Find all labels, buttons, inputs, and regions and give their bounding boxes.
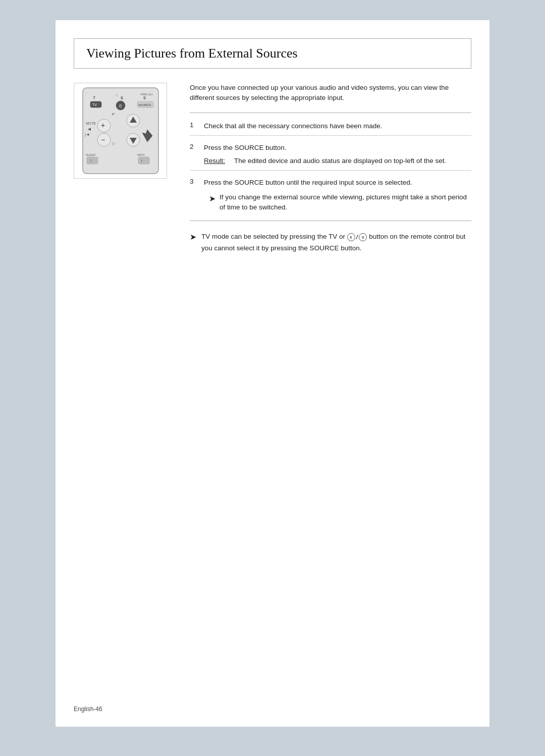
content-area: 7 ○ 6 9 PRE-CH TV 0 SOURCE P xyxy=(56,83,489,253)
footer-text: English-46 xyxy=(74,706,102,713)
svg-text:MUTE: MUTE xyxy=(86,122,96,125)
divider-top xyxy=(190,113,471,113)
ch-down-icon: ∨ xyxy=(359,233,367,241)
tip-text: TV mode can be selected by pressing the … xyxy=(201,231,471,253)
right-panel: Once you have connected up your various … xyxy=(190,83,471,253)
svg-text:6: 6 xyxy=(121,95,123,100)
tip-block: ➤ TV mode can be selected by pressing th… xyxy=(190,231,471,253)
channel-up-down-icons: ∧/∨ xyxy=(347,232,367,243)
steps-list: 1 Check that all the necessary connectio… xyxy=(190,117,471,217)
page-container: Viewing Pictures from External Sources 7… xyxy=(56,20,489,727)
step-2: 2 Press the SOURCE button. Result: The e… xyxy=(190,139,471,171)
step-2-number: 2 xyxy=(190,143,204,150)
divider-bottom xyxy=(190,221,471,221)
step-3-text: Press the SOURCE button until the requir… xyxy=(204,179,412,186)
svg-text:◄: ◄ xyxy=(87,126,92,132)
step-3-note: ➤ If you change the external source whil… xyxy=(204,192,471,213)
result-block: Result: The edited device and audio stat… xyxy=(204,156,471,166)
step-3: 3 Press the SOURCE button until the requ… xyxy=(190,174,471,217)
step-1-text: Check that all the necessary connections… xyxy=(204,122,382,130)
result-text: The edited device and audio status are d… xyxy=(234,156,471,166)
page-title: Viewing Pictures from External Sources xyxy=(86,46,459,61)
step-3-note-text: If you change the external source while … xyxy=(220,192,471,213)
svg-text:+: + xyxy=(101,121,105,129)
intro-text: Once you have connected up your various … xyxy=(190,83,471,103)
svg-text:☽: ☽ xyxy=(89,159,92,163)
note-arrow-icon: ➤ xyxy=(209,193,215,205)
svg-text:i: i xyxy=(141,158,142,163)
svg-text:−: − xyxy=(101,136,105,144)
result-label: Result: xyxy=(204,156,234,166)
remote-control-svg: 7 ○ 6 9 PRE-CH TV 0 SOURCE P xyxy=(78,85,164,176)
svg-text:SOURCE: SOURCE xyxy=(138,103,151,106)
svg-rect-29 xyxy=(138,157,149,164)
step-3-number: 3 xyxy=(190,178,204,185)
step-1: 1 Check that all the necessary connectio… xyxy=(190,117,471,136)
svg-text:PRE-CH: PRE-CH xyxy=(141,93,152,96)
svg-text:SLEEP: SLEEP xyxy=(86,153,95,156)
svg-text:TV: TV xyxy=(92,103,97,106)
remote-image: 7 ○ 6 9 PRE-CH TV 0 SOURCE P xyxy=(74,83,167,179)
svg-text:P: P xyxy=(112,112,115,117)
tip-arrow-icon: ➤ xyxy=(190,232,196,242)
svg-text:|◄: |◄ xyxy=(85,132,90,137)
step-1-content: Check that all the necessary connections… xyxy=(204,121,471,131)
svg-text:0: 0 xyxy=(119,103,122,109)
page-footer: English-46 xyxy=(74,706,102,713)
svg-text:9: 9 xyxy=(143,95,146,100)
svg-text:○: ○ xyxy=(116,93,118,97)
svg-text:▷: ▷ xyxy=(112,141,116,146)
left-panel: 7 ○ 6 9 PRE-CH TV 0 SOURCE P xyxy=(74,83,175,253)
step-2-text: Press the SOURCE button. xyxy=(204,144,287,151)
step-1-number: 1 xyxy=(190,121,204,129)
svg-text:7: 7 xyxy=(93,95,95,100)
step-3-content: Press the SOURCE button until the requir… xyxy=(204,178,471,212)
ch-up-icon: ∧ xyxy=(347,233,355,241)
svg-text:INFO: INFO xyxy=(137,153,145,156)
title-box: Viewing Pictures from External Sources xyxy=(74,38,471,69)
step-2-content: Press the SOURCE button. Result: The edi… xyxy=(204,143,471,167)
